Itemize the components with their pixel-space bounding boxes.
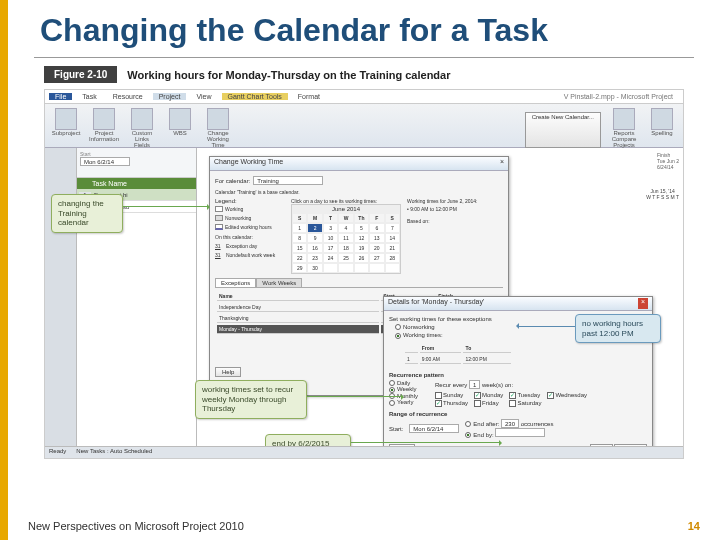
recurrence-label: Recurrence pattern [389, 372, 647, 378]
table-row[interactable]: 19:00 AM12:00 PM [405, 355, 511, 364]
start-date-field[interactable]: Mon 6/2/14 [409, 424, 459, 433]
callout-no-hours: no working hours past 12:00 PM [575, 314, 661, 343]
legend-edited: Edited working hours [225, 223, 272, 231]
cal-month: June 2014 [292, 205, 400, 213]
working-time-1: • 9:00 AM to 12:00 PM [407, 206, 497, 212]
status-bar: Ready New Tasks : Auto Scheduled [45, 446, 683, 458]
status-new-tasks: New Tasks : Auto Scheduled [76, 448, 152, 457]
chk-friday[interactable] [474, 400, 481, 407]
recur-count[interactable]: 1 [469, 380, 480, 389]
custom-fields-label: Custom Links Fields [127, 130, 157, 148]
chk-sunday[interactable] [435, 392, 442, 399]
callout-recur: working times set to recur weekly Monday… [195, 380, 307, 419]
ribbon: File Task Resource Project View Gantt Ch… [45, 90, 683, 148]
ribbon-icons: Subproject Project Information Custom Li… [45, 104, 683, 152]
arrow-icon [123, 206, 209, 207]
timeline: Start Mon 6/2/14 [77, 148, 196, 178]
tab-resource[interactable]: Resource [107, 93, 149, 100]
timeline-start-date: Mon 6/2/14 [80, 157, 130, 166]
legend-nondefault: Nondefault work week [226, 251, 275, 259]
window-title: V Pinstall-2.mpp - Microsoft Project [558, 93, 679, 100]
chk-tuesday[interactable] [509, 392, 516, 399]
radio-yearly[interactable] [389, 400, 395, 406]
radio-nonworking[interactable] [395, 324, 401, 330]
create-new-calendar-button[interactable]: Create New Calendar... [525, 112, 601, 148]
wbs-label: WBS [165, 130, 195, 136]
arrow-icon [351, 442, 501, 443]
subproject-icon[interactable] [55, 108, 77, 130]
calendar-select[interactable]: Training [253, 176, 323, 185]
tab-work-weeks[interactable]: Work Weeks [256, 278, 302, 287]
tab-project[interactable]: Project [153, 93, 187, 100]
status-ready: Ready [49, 448, 66, 457]
occurrences-field[interactable]: 230 [501, 419, 519, 428]
tab-task[interactable]: Task [76, 93, 102, 100]
end-by-field[interactable] [495, 428, 545, 437]
radio-end-by[interactable] [465, 432, 471, 438]
custom-fields-icon[interactable] [131, 108, 153, 130]
finish-date2: 6/24/14 [657, 164, 679, 170]
arrow-icon [307, 396, 403, 397]
spelling-label: Spelling [647, 130, 677, 136]
project-info-label: Project Information [89, 130, 119, 142]
screenshot: File Task Resource Project View Gantt Ch… [44, 89, 684, 459]
chk-saturday[interactable] [509, 400, 516, 407]
gantt-days: W T F S S M T [646, 194, 679, 200]
base-calendar-text: Calendar 'Training' is a base calendar. [215, 189, 503, 195]
mini-calendar[interactable]: June 2014 SMTWThFS 1234567 891011121314 … [291, 204, 401, 274]
reports-icon[interactable] [613, 108, 635, 130]
chk-monday[interactable] [474, 392, 481, 399]
close-icon[interactable]: × [500, 158, 504, 169]
spelling-icon[interactable] [651, 108, 673, 130]
arrow-icon [517, 326, 575, 327]
dlg1-title: Change Working Time [214, 158, 283, 169]
radio-end-after[interactable] [465, 421, 471, 427]
working-times-label: Working times: [403, 332, 443, 338]
col-task-name: Task Name [92, 180, 127, 187]
close-icon[interactable]: × [638, 298, 648, 309]
figure-bar: Figure 2-10 Working hours for Monday-Thu… [44, 66, 684, 83]
menu-bar: File Task Resource Project View Gantt Ch… [45, 90, 683, 104]
exception-tabs: Exceptions Work Weeks [215, 278, 503, 288]
tab-format[interactable]: Format [292, 93, 326, 100]
change-working-time-label: Change Working Time [203, 130, 233, 148]
radio-weekly[interactable] [389, 387, 395, 393]
tab-exceptions[interactable]: Exceptions [215, 278, 256, 287]
chk-wednesday[interactable] [547, 392, 554, 399]
tab-file[interactable]: File [49, 93, 72, 100]
legend-exception: Exception day [226, 242, 257, 250]
change-working-time-icon[interactable] [207, 108, 229, 130]
subproject-label: Subproject [51, 130, 81, 136]
dlg2-title: Details for 'Monday - Thursday' [388, 298, 484, 309]
slide-footer: New Perspectives on Microsoft Project 20… [28, 520, 700, 532]
legend-on-cal: On this calendar: [215, 233, 285, 241]
legend-nonworking: Nonworking [225, 214, 251, 222]
divider [34, 57, 694, 58]
times-table: FromTo 19:00 AM12:00 PM [403, 342, 513, 366]
callout-training: changing the Training calendar [51, 194, 123, 233]
range-label: Range of recurrence [389, 411, 647, 417]
radio-working-times[interactable] [395, 333, 401, 339]
slide-title: Changing the Calendar for a Task [8, 0, 720, 55]
chk-thursday[interactable] [435, 400, 442, 407]
tab-view[interactable]: View [190, 93, 217, 100]
for-calendar-label: For calendar: [215, 178, 250, 184]
wbs-icon[interactable] [169, 108, 191, 130]
grid-header: Task Name [77, 178, 196, 189]
figure-title: Working hours for Monday-Thursday on the… [127, 69, 450, 81]
help-button[interactable]: Help [215, 367, 241, 377]
working-times-label: Working times for June 2, 2014: [407, 198, 497, 204]
based-on-label: Based on: [407, 218, 497, 224]
figure-label: Figure 2-10 [44, 66, 117, 83]
project-info-icon[interactable] [93, 108, 115, 130]
legend-label: Legend: [215, 198, 285, 204]
nonworking-label: Nonworking [403, 324, 435, 330]
tab-gantt-tools[interactable]: Gantt Chart Tools [222, 93, 288, 100]
page-number: 14 [688, 520, 700, 532]
legend-working: Working [225, 205, 243, 213]
reports-label: Reports Compare Projects [609, 130, 639, 148]
footer-text: New Perspectives on Microsoft Project 20… [28, 520, 244, 532]
